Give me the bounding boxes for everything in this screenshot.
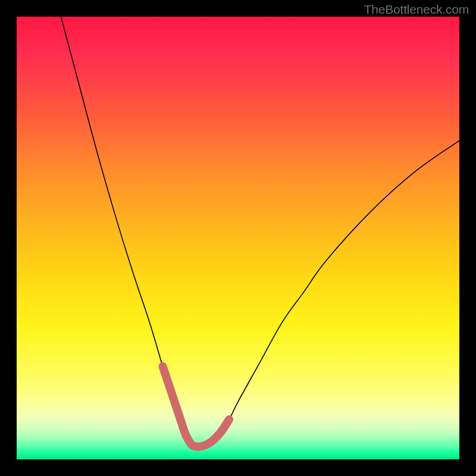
- chart-plot-area: [17, 17, 459, 459]
- highlight-region: [163, 367, 230, 447]
- bottleneck-curve: [61, 17, 459, 447]
- chart-svg-layer: [17, 17, 459, 459]
- watermark-text: TheBottleneck.com: [364, 2, 469, 17]
